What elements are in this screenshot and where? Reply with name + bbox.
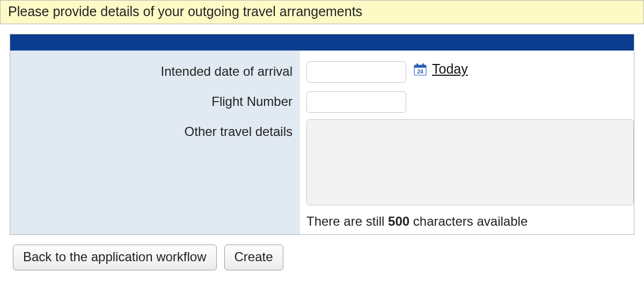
- row-arrival-date: 24 Today: [306, 61, 634, 91]
- form-header-bar: [10, 34, 634, 51]
- instruction-banner: Please provide details of your outgoing …: [0, 0, 644, 24]
- today-link[interactable]: Today: [432, 61, 468, 77]
- char-counter-count: 500: [388, 214, 409, 228]
- svg-rect-1: [414, 65, 426, 68]
- other-details-textarea[interactable]: [306, 119, 634, 205]
- label-arrival-date: Intended date of arrival: [10, 62, 292, 92]
- char-counter-prefix: There are still: [306, 214, 388, 228]
- svg-text:24: 24: [417, 69, 423, 75]
- back-button[interactable]: Back to the application workflow: [13, 245, 217, 270]
- button-row: Back to the application workflow Create: [13, 245, 644, 270]
- create-button[interactable]: Create: [224, 245, 283, 270]
- arrival-date-input[interactable]: [306, 61, 406, 83]
- travel-form-page: Please provide details of your outgoing …: [0, 0, 644, 270]
- label-column: Intended date of arrival Flight Number O…: [10, 51, 300, 234]
- label-other-details: Other travel details: [10, 123, 292, 153]
- char-counter-suffix: characters available: [409, 214, 528, 228]
- calendar-icon[interactable]: 24: [414, 63, 427, 76]
- instruction-banner-text: Please provide details of your outgoing …: [8, 4, 362, 19]
- character-counter: There are still 500 characters available: [306, 214, 634, 229]
- form-body: Intended date of arrival Flight Number O…: [10, 51, 634, 234]
- svg-rect-2: [416, 63, 418, 66]
- svg-rect-3: [422, 63, 424, 66]
- row-other-details: There are still 500 characters available: [306, 121, 634, 229]
- label-flight-number: Flight Number: [10, 92, 292, 123]
- flight-number-input[interactable]: [306, 91, 406, 113]
- form-container: Intended date of arrival Flight Number O…: [10, 34, 634, 235]
- input-column: 24 Today There are still 500 characters …: [300, 51, 634, 234]
- row-flight-number: [306, 91, 634, 121]
- date-picker-extras: 24 Today: [414, 61, 468, 77]
